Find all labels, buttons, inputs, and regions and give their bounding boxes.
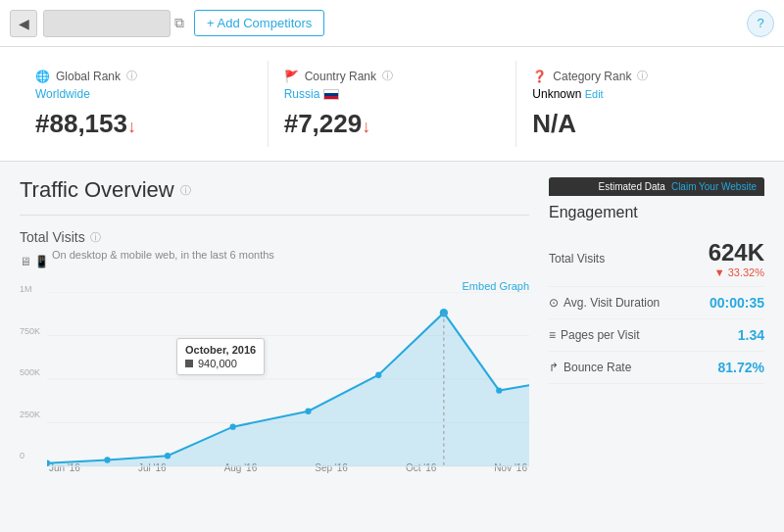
category-rank-card: ❓ Category Rank ⓘ Unknown Edit N/A [516,61,764,147]
total-visits-number: 624K [709,239,764,266]
data-point-1 [44,460,50,466]
right-panel: Estimated Data Claim Your Website Engage… [549,177,764,473]
avg-visit-icon: ⊙ [549,296,559,310]
device-icons: 🖥 📱 On desktop & mobile web, in the last… [20,249,529,274]
data-point-3 [165,453,171,459]
global-rank-card: 🌐 Global Rank ⓘ Worldwide #88,153↓ [20,61,269,147]
data-point-4 [230,423,236,429]
back-button[interactable]: ◀ [10,10,37,37]
global-rank-title: Global Rank [56,70,121,83]
country-rank-sub-link[interactable]: Russia [284,87,339,101]
chart-tooltip: October, 2016 940,000 [176,338,265,375]
category-rank-sub: Unknown [532,87,581,101]
global-rank-value: #88,153↓ [35,109,252,139]
engagement-row-1: ≡ Pages per Visit 1.34 [549,319,764,352]
category-rank-title: Category Rank [553,70,631,83]
country-rank-card: 🚩 Country Rank ⓘ Russia #7,229↓ [269,61,517,147]
engagement-value-0: 00:00:35 [710,295,764,311]
tooltip-date: October, 2016 [185,344,256,356]
country-rank-info-icon[interactable]: ⓘ [382,69,393,83]
russia-flag [323,89,339,100]
traffic-overview-info-icon[interactable]: ⓘ [180,183,191,198]
add-competitors-button[interactable]: + Add Competitors [194,10,324,36]
back-icon: ◀ [19,16,29,31]
country-rank-title: Country Rank [305,70,376,83]
engagement-row-0: ⊙ Avg. Visit Duration 00:00:35 [549,287,764,319]
bounce-icon: ↱ [549,361,559,374]
pages-icon: ≡ [549,328,556,342]
category-rank-info-icon[interactable]: ⓘ [637,69,648,83]
chart-svg [20,292,529,468]
estimated-banner: Estimated Data Claim Your Website [549,177,764,196]
total-visits-big: 624K ▼ 33.32% [709,239,764,278]
left-panel: Traffic Overview ⓘ Total Visits ⓘ 🖥 📱 On… [20,177,529,473]
country-rank-value: #7,229↓ [284,109,501,139]
engagement-title: Engagement [549,204,764,221]
global-rank-down-arrow: ↓ [127,117,136,136]
country-rank-down-arrow: ↓ [362,117,370,136]
global-rank-sub-link[interactable]: Worldwide [35,87,90,101]
flag-icon: 🚩 [284,70,299,83]
engagement-label-2: ↱ Bounce Rate [549,361,631,374]
category-rank-value: N/A [532,109,749,139]
main-content: Traffic Overview ⓘ Total Visits ⓘ 🖥 📱 On… [0,162,784,489]
mobile-icon: 📱 [34,255,49,268]
engagement-value-2: 81.72% [718,360,764,375]
total-visits-header: Total Visits ⓘ [20,229,529,245]
external-link-icon[interactable]: ⧉ [174,15,184,31]
help-button[interactable]: ? [747,10,774,37]
estimated-text: Estimated Data [599,181,665,192]
rank-cards: 🌐 Global Rank ⓘ Worldwide #88,153↓ 🚩 Cou… [0,47,784,162]
tooltip-dot [185,360,193,367]
data-point-2 [104,457,110,462]
engagement-total-visits-row: Total Visits 624K ▼ 33.32% [549,231,764,287]
domain-input[interactable] [43,10,171,37]
engagement-value-1: 1.34 [738,327,764,343]
engagement-label-1: ≡ Pages per Visit [549,328,640,342]
top-bar: ◀ ⧉ + Add Competitors ? [0,0,784,47]
traffic-overview-title: Traffic Overview ⓘ [20,177,529,203]
question-icon: ❓ [532,70,547,83]
chart-container: 1M 750K 500K 250K 0 [20,284,529,460]
period-text: On desktop & mobile web, in the last 6 m… [52,249,274,261]
claim-website-link[interactable]: Claim Your Website [671,181,757,192]
tooltip-bar: 940,000 [185,358,256,369]
tooltip-value: 940,000 [198,358,237,369]
global-rank-info-icon[interactable]: ⓘ [126,69,137,83]
category-edit-link[interactable]: Edit [585,88,604,100]
data-point-5 [305,409,311,414]
total-visits-change: ▼ 33.32% [709,266,764,278]
engagement-total-visits-label: Total Visits [549,252,605,266]
total-visits-info-icon[interactable]: ⓘ [90,230,101,245]
engagement-row-2: ↱ Bounce Rate 81.72% [549,352,764,384]
data-point-6 [375,372,381,378]
globe-icon: 🌐 [35,70,50,83]
section-divider [20,215,529,216]
total-visits-label: Total Visits [20,229,85,245]
engagement-label-0: ⊙ Avg. Visit Duration [549,296,660,310]
data-point-8 [496,387,502,393]
help-icon: ? [757,16,763,30]
desktop-icon: 🖥 [20,255,31,268]
